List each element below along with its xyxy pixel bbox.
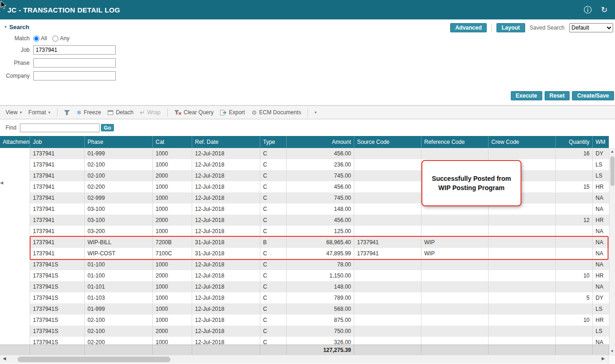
detach-button[interactable]: Detach bbox=[107, 109, 133, 116]
table-cell: C bbox=[260, 204, 287, 215]
table-cell: 1000 bbox=[153, 204, 192, 215]
execute-button[interactable]: Execute bbox=[511, 91, 542, 100]
table-cell bbox=[489, 259, 556, 270]
table-row[interactable]: 1737941S02-100200012-Jul-2018C750.00LS bbox=[0, 326, 609, 337]
table-cell bbox=[489, 248, 556, 259]
table-row[interactable]: 173794103-100100012-Jul-2018C148.00NA bbox=[0, 204, 609, 215]
go-button[interactable]: Go bbox=[101, 124, 113, 131]
table-cell: 1737941 bbox=[30, 192, 85, 204]
table-row[interactable]: 1737941S01-100200012-Jul-2018C1,150.0010… bbox=[0, 270, 609, 281]
filter-button[interactable] bbox=[64, 110, 70, 116]
table-row[interactable]: 1737941WIP-BILL7200B31-Jul-2018B68,965.4… bbox=[0, 237, 609, 248]
search-section-header[interactable]: ▼ Search bbox=[4, 24, 29, 31]
table-row[interactable]: 1737941S01-100100012-Jul-2018C78.00NA bbox=[0, 259, 609, 270]
search-section-label: Search bbox=[9, 24, 29, 31]
refresh-icon[interactable]: ↻ bbox=[601, 6, 608, 14]
table-cell bbox=[421, 215, 489, 226]
table-cell: 12-Jul-2018 bbox=[192, 270, 260, 281]
info-icon[interactable]: ⓘ bbox=[584, 6, 592, 14]
table-cell bbox=[556, 170, 593, 181]
saved-search-select[interactable]: Default bbox=[569, 23, 613, 32]
table-row[interactable]: 173794102-999100012-Jul-2018C745.00NA bbox=[0, 192, 609, 204]
table-cell: 47,895.99 bbox=[287, 248, 354, 259]
match-any-radio[interactable] bbox=[52, 36, 58, 42]
table-cell: 750.00 bbox=[287, 326, 354, 337]
table-cell bbox=[354, 159, 421, 170]
table-cell: 789.00 bbox=[287, 292, 354, 303]
table-cell: 01-101 bbox=[85, 281, 153, 292]
total-cell bbox=[556, 345, 593, 355]
horizontal-scrollbar[interactable]: ◀ ▶ bbox=[0, 355, 615, 364]
scroll-right-icon[interactable]: ▶ bbox=[602, 356, 605, 361]
table-row[interactable]: 173794102-100200012-Jul-2018C745.00LS bbox=[0, 170, 609, 181]
column-header-source-code[interactable]: Source Code bbox=[354, 136, 421, 148]
scroll-up-icon[interactable]: ▲ bbox=[609, 149, 615, 154]
column-header-amount[interactable]: Amount bbox=[287, 136, 354, 148]
reset-button[interactable]: Reset bbox=[545, 91, 570, 100]
column-header-job[interactable]: Job bbox=[30, 136, 85, 148]
table-cell: C bbox=[260, 192, 287, 204]
table-cell bbox=[489, 326, 556, 337]
table-row[interactable]: 1737941S02-100100012-Jul-2018C875.0010HR bbox=[0, 315, 609, 326]
table-cell bbox=[0, 259, 30, 270]
table-row[interactable]: 173794101-999100012-Jul-2018C456.0016DY bbox=[0, 148, 609, 159]
column-header-attachments[interactable]: Attachments bbox=[0, 136, 30, 148]
column-header-phase[interactable]: Phase bbox=[85, 136, 153, 148]
vertical-scrollbar[interactable]: ▲ ▼ bbox=[609, 148, 615, 355]
freeze-button[interactable]: ❄ Freeze bbox=[76, 109, 101, 116]
column-header-wm[interactable]: WM bbox=[593, 136, 609, 148]
scroll-down-icon[interactable]: ▼ bbox=[609, 349, 615, 353]
job-input[interactable] bbox=[33, 45, 116, 55]
horizontal-scroll-thumb[interactable] bbox=[18, 357, 170, 362]
create-save-button[interactable]: Create/Save bbox=[572, 91, 614, 100]
table-cell: 31-Jul-2018 bbox=[192, 248, 260, 259]
table-row[interactable]: 1737941S01-103100012-Jul-2018C789.005DY bbox=[0, 292, 609, 303]
clear-query-button[interactable]: Clear Query bbox=[174, 109, 214, 116]
table-cell bbox=[489, 237, 556, 248]
table-row[interactable]: 1737941S02-200100012-Jul-2018C326.00NA bbox=[0, 337, 609, 345]
disclosure-triangle-icon[interactable]: ▼ bbox=[4, 25, 7, 29]
view-menu-button[interactable]: View ▾ bbox=[6, 109, 22, 116]
company-input[interactable] bbox=[33, 71, 116, 80]
table-cell bbox=[489, 148, 556, 159]
table-cell: 12-Jul-2018 bbox=[192, 337, 260, 345]
table-row[interactable]: 173794102-200100012-Jul-2018C456.0015HR bbox=[0, 181, 609, 192]
column-header-reference-code[interactable]: Reference Code bbox=[421, 136, 489, 148]
table-cell: 125.00 bbox=[287, 226, 354, 237]
saved-search-label: Saved Search bbox=[530, 25, 565, 31]
column-header-crew-code[interactable]: Crew Code bbox=[489, 136, 556, 148]
column-header-quantity[interactable]: Quantity bbox=[556, 136, 593, 148]
column-header-type[interactable]: Type bbox=[260, 136, 287, 148]
column-header-cat[interactable]: Cat bbox=[153, 136, 192, 148]
table-row[interactable]: 173794102-100100012-Jul-2018C236.00LS bbox=[0, 159, 609, 170]
ecm-documents-button[interactable]: ⚙ ECM Documents bbox=[251, 109, 301, 116]
wrap-label: Wrap bbox=[147, 109, 160, 116]
table-cell: 12 bbox=[556, 215, 593, 226]
phase-input[interactable] bbox=[33, 58, 116, 68]
column-header-ref-date[interactable]: Ref. Date bbox=[192, 136, 260, 148]
freeze-icon: ❄ bbox=[76, 110, 82, 116]
scroll-left-icon[interactable]: ◀ bbox=[3, 356, 6, 361]
wrap-icon: ↵ bbox=[140, 110, 145, 116]
export-button[interactable]: Export bbox=[220, 109, 245, 116]
table-cell bbox=[489, 281, 556, 292]
job-row: Job bbox=[4, 45, 116, 55]
panel-collapse-icon[interactable]: ◀ bbox=[0, 180, 3, 185]
match-all-radio[interactable] bbox=[33, 36, 39, 42]
table-row[interactable]: 1737941WIP-COST7100C31-Jul-2018C47,895.9… bbox=[0, 248, 609, 259]
table-cell: 01-100 bbox=[85, 270, 153, 281]
wrap-button[interactable]: ↵ Wrap bbox=[140, 109, 160, 116]
layout-button[interactable]: Layout bbox=[496, 23, 525, 32]
table-row[interactable]: 173794103-200100012-Jul-2018C125.00NA bbox=[0, 226, 609, 237]
table-row[interactable]: 1737941S01-101100012-Jul-2018C148.00NA bbox=[0, 281, 609, 292]
table-cell: 1737941S bbox=[30, 326, 85, 337]
table-row[interactable]: 1737941S01-999100012-Jul-2018C568.00LS bbox=[0, 303, 609, 315]
format-menu-button[interactable]: Format ▾ bbox=[28, 109, 50, 116]
table-row[interactable]: 173794103-100200012-Jul-2018C456.0012HR bbox=[0, 215, 609, 226]
toolbar-overflow-button[interactable]: ▾ bbox=[314, 110, 317, 115]
advanced-button[interactable]: Advanced bbox=[450, 23, 487, 32]
vertical-scroll-thumb[interactable] bbox=[610, 156, 615, 186]
find-input[interactable] bbox=[20, 123, 100, 132]
table-cell: NA bbox=[593, 259, 609, 270]
table-cell: C bbox=[260, 148, 287, 159]
